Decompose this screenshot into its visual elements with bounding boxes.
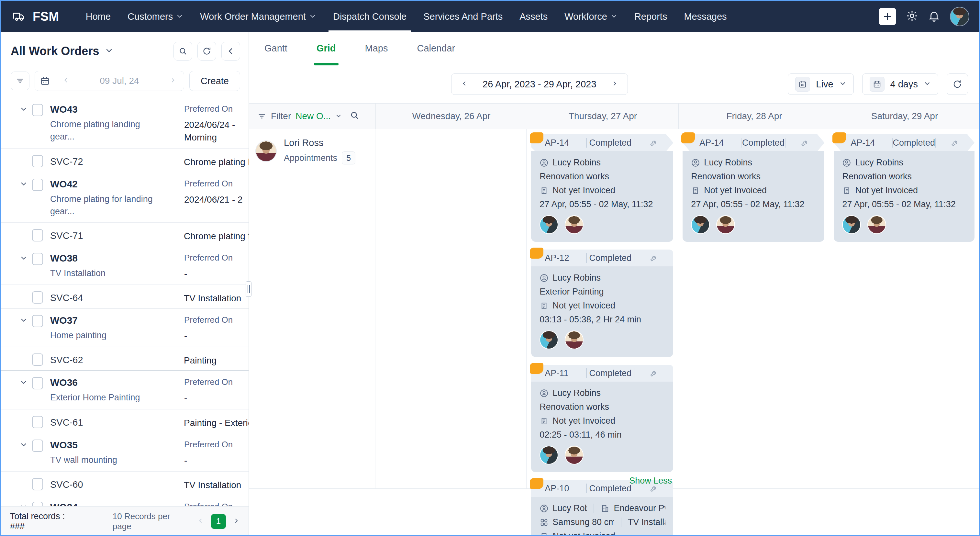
row-checkbox[interactable] bbox=[32, 377, 43, 390]
row-checkbox[interactable] bbox=[32, 104, 43, 116]
grid-refresh-button[interactable] bbox=[947, 73, 968, 95]
avatar[interactable] bbox=[539, 446, 558, 464]
service-row[interactable]: SVC-72 Chrome plating landing gear bbox=[1, 149, 248, 172]
create-plus-button[interactable] bbox=[879, 8, 896, 25]
sidebar-title[interactable]: All Work Orders bbox=[11, 45, 99, 58]
nav-workforce[interactable]: Workforce bbox=[557, 1, 625, 32]
nav-work-order-management[interactable]: Work Order Management bbox=[193, 1, 323, 32]
expand-chevron-icon[interactable] bbox=[1, 178, 32, 188]
nav-dispatch-console[interactable]: Dispatch Console bbox=[326, 1, 414, 32]
work-order-id[interactable]: WO36 bbox=[50, 377, 178, 388]
current-page-badge[interactable]: 1 bbox=[211, 514, 226, 529]
nav-assets[interactable]: Assets bbox=[512, 1, 555, 32]
day-column-wednesday[interactable] bbox=[375, 129, 527, 488]
next-day-button[interactable] bbox=[162, 77, 184, 85]
row-checkbox[interactable] bbox=[32, 478, 43, 490]
avatar[interactable] bbox=[867, 215, 886, 234]
service-id[interactable]: SVC-62 bbox=[50, 355, 83, 366]
avatar[interactable] bbox=[691, 215, 710, 234]
appointment-card[interactable]: AP-14 Completed Lucy Robins Renovation w… bbox=[834, 134, 975, 242]
service-row[interactable]: SVC-60 TV Installation bbox=[1, 472, 248, 495]
appointment-card[interactable]: AP-14 Completed Lucy Robins Renovation w… bbox=[682, 134, 824, 242]
work-order-row[interactable]: WO42Chrome plating for landing gear... P… bbox=[1, 172, 248, 223]
work-order-id[interactable]: WO35 bbox=[50, 439, 178, 450]
expand-chevron-icon[interactable] bbox=[1, 252, 32, 262]
row-checkbox[interactable] bbox=[32, 439, 43, 452]
filter-button[interactable] bbox=[11, 72, 29, 90]
tab-calendar[interactable]: Calendar bbox=[417, 32, 455, 65]
appointment-id[interactable]: AP-11 bbox=[545, 368, 586, 379]
prev-day-button[interactable] bbox=[55, 77, 77, 85]
appointment-id[interactable]: AP-14 bbox=[545, 138, 586, 148]
row-checkbox[interactable] bbox=[32, 155, 43, 167]
resource-search-button[interactable] bbox=[350, 110, 359, 122]
records-per-page[interactable]: 10 Records per page bbox=[113, 511, 186, 531]
service-id[interactable]: SVC-60 bbox=[50, 479, 83, 490]
nav-messages[interactable]: Messages bbox=[677, 1, 734, 32]
work-order-id[interactable]: WO37 bbox=[50, 314, 178, 326]
service-id[interactable]: SVC-72 bbox=[50, 156, 83, 167]
row-checkbox[interactable] bbox=[32, 253, 43, 265]
avatar[interactable] bbox=[539, 215, 558, 234]
selected-date[interactable]: 09 Jul, 24 bbox=[77, 76, 162, 86]
range-prev-button[interactable] bbox=[461, 80, 468, 88]
service-row[interactable]: SVC-61 Painting - Exterior Home bbox=[1, 409, 248, 433]
work-order-row[interactable]: WO37Home painting Preferred On- bbox=[1, 308, 248, 347]
work-order-id[interactable]: WO42 bbox=[50, 178, 178, 189]
work-order-row[interactable]: WO36Exterior Home Painting Preferred On- bbox=[1, 370, 248, 409]
appointment-card[interactable]: AP-12 Completed Lucy Robins Exterior Pai… bbox=[531, 250, 673, 357]
avatar[interactable] bbox=[842, 215, 861, 234]
avatar[interactable] bbox=[565, 331, 584, 349]
app-logo[interactable]: FSM bbox=[11, 10, 59, 24]
work-order-id[interactable]: WO38 bbox=[50, 252, 178, 264]
avatar[interactable] bbox=[255, 140, 277, 162]
service-row[interactable]: SVC-62 Painting bbox=[1, 347, 248, 371]
appointment-id[interactable]: AP-10 bbox=[545, 484, 586, 494]
work-order-id[interactable]: WO43 bbox=[50, 103, 178, 115]
work-order-row[interactable]: WO43Chrome plating landing gear... Prefe… bbox=[1, 97, 248, 149]
next-page-button[interactable] bbox=[233, 518, 240, 525]
nav-reports[interactable]: Reports bbox=[627, 1, 675, 32]
chevron-down-icon[interactable] bbox=[105, 46, 113, 56]
nav-services-and-parts[interactable]: Services And Parts bbox=[416, 1, 510, 32]
range-next-button[interactable] bbox=[611, 80, 618, 88]
chevron-down-icon[interactable] bbox=[335, 111, 342, 121]
service-id[interactable]: SVC-64 bbox=[50, 293, 83, 303]
row-checkbox[interactable] bbox=[32, 353, 43, 366]
avatar[interactable] bbox=[565, 215, 584, 234]
create-button[interactable]: Create bbox=[189, 71, 240, 91]
service-id[interactable]: SVC-61 bbox=[50, 417, 83, 428]
notifications-button[interactable] bbox=[928, 10, 940, 23]
service-row[interactable]: SVC-64 TV Installation bbox=[1, 285, 248, 309]
day-column-saturday[interactable]: AP-14 Completed Lucy Robins Renovation w… bbox=[829, 129, 979, 488]
refresh-button[interactable] bbox=[197, 42, 216, 60]
expand-chevron-icon[interactable] bbox=[1, 103, 32, 113]
work-order-row[interactable]: WO38TV Installation Preferred On- bbox=[1, 246, 248, 285]
tab-gantt[interactable]: Gantt bbox=[264, 32, 287, 65]
row-checkbox[interactable] bbox=[32, 229, 43, 242]
service-row[interactable]: SVC-71 Chrome plating for landing gear bbox=[1, 223, 248, 246]
expand-chevron-icon[interactable] bbox=[1, 377, 32, 386]
work-order-row[interactable]: WO35TV wall mounting Preferred On- bbox=[1, 433, 248, 472]
collapse-sidebar-button[interactable] bbox=[221, 42, 240, 60]
service-id[interactable]: SVC-71 bbox=[50, 231, 83, 241]
avatar[interactable] bbox=[539, 331, 558, 349]
tab-maps[interactable]: Maps bbox=[365, 32, 388, 65]
expand-chevron-icon[interactable] bbox=[1, 314, 32, 324]
resource-name[interactable]: Lori Ross bbox=[284, 138, 355, 148]
tab-grid[interactable]: Grid bbox=[317, 32, 336, 65]
appointment-card[interactable]: AP-14 Completed Lucy Robins Renovation w… bbox=[531, 134, 673, 242]
day-span-dropdown[interactable]: 4 days bbox=[862, 73, 938, 95]
day-column-thursday[interactable]: AP-14 Completed Lucy Robins Renovation w… bbox=[527, 129, 678, 488]
filter-value[interactable]: New O... bbox=[296, 111, 331, 121]
row-checkbox[interactable] bbox=[32, 315, 43, 327]
live-mode-dropdown[interactable]: Live bbox=[788, 73, 853, 95]
avatar[interactable] bbox=[716, 215, 735, 234]
row-checkbox[interactable] bbox=[32, 416, 43, 428]
nav-home[interactable]: Home bbox=[79, 1, 118, 32]
sidebar-resize-handle[interactable] bbox=[246, 281, 251, 297]
show-less-link[interactable]: Show Less bbox=[629, 476, 672, 486]
row-checkbox[interactable] bbox=[32, 179, 43, 191]
appointment-id[interactable]: AP-14 bbox=[699, 138, 741, 148]
prev-page-button[interactable] bbox=[197, 518, 204, 525]
